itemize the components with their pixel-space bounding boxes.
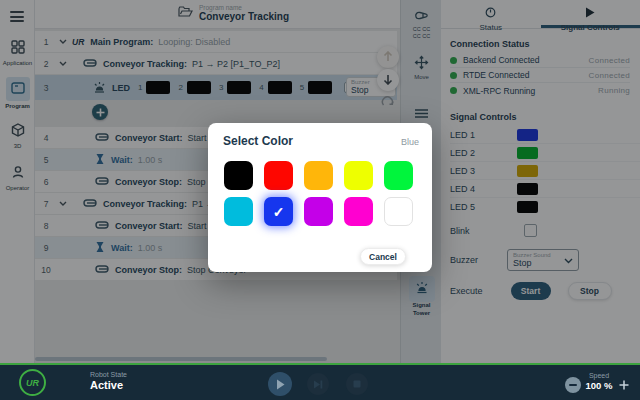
color-swatch-magenta[interactable] — [344, 197, 373, 226]
stop-playback-button[interactable] — [346, 373, 368, 395]
skip-icon — [313, 380, 323, 389]
color-swatch-green[interactable] — [384, 161, 413, 190]
select-color-dialog: Select Color Blue ✓ Cancel — [208, 123, 432, 272]
stop-square-icon — [353, 380, 361, 388]
color-swatch-purple[interactable] — [304, 197, 333, 226]
robot-state-value: Active — [90, 379, 127, 391]
color-swatch-orange[interactable] — [304, 161, 333, 190]
minus-icon — [569, 384, 577, 386]
robot-state: Robot State Active — [90, 371, 127, 391]
speed-decrease-button[interactable] — [565, 377, 581, 393]
speed-value: 100 % — [585, 380, 613, 391]
play-button[interactable] — [268, 372, 292, 396]
skip-to-end-button[interactable] — [307, 373, 329, 395]
app-window: Application Program 3D Operator Program … — [0, 0, 640, 400]
color-swatch-blue-selected[interactable]: ✓ — [264, 197, 293, 226]
robot-state-label: Robot State — [90, 371, 127, 378]
color-swatch-white[interactable] — [384, 197, 413, 226]
color-swatch-black[interactable] — [224, 161, 253, 190]
cancel-button[interactable]: Cancel — [360, 248, 406, 265]
speed-display: Speed 100 % — [585, 372, 613, 391]
bottom-status-bar: UR Robot State Active Speed 100 % — [0, 363, 640, 400]
plus-icon — [619, 380, 629, 390]
play-icon — [276, 379, 285, 390]
color-grid: ✓ — [224, 161, 413, 226]
selected-color-name: Blue — [401, 137, 419, 147]
color-swatch-cyan[interactable] — [224, 197, 253, 226]
speed-label: Speed — [585, 372, 613, 379]
color-swatch-red[interactable] — [264, 161, 293, 190]
ur-robot-logo: UR — [19, 369, 46, 396]
color-swatch-yellow[interactable] — [344, 161, 373, 190]
check-icon: ✓ — [264, 197, 293, 226]
dialog-title: Select Color — [223, 134, 293, 148]
speed-increase-button[interactable] — [616, 377, 632, 393]
